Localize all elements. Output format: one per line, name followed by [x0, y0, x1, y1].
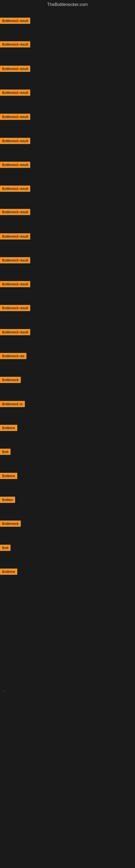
bottleneck-badge-22[interactable]: Bott: [0, 545, 10, 551]
row-wrapper-23: Bottlene: [0, 568, 17, 576]
row-wrapper-8: Bottleneck result: [0, 209, 30, 216]
row-wrapper-17: Bottlene: [0, 425, 17, 432]
row-wrapper-19: Bottlene: [0, 473, 17, 480]
row-wrapper-4: Bottleneck result: [0, 114, 30, 121]
content-area: Bottleneck resultBottleneck resultBottle…: [0, 10, 135, 865]
row-wrapper-14: Bottleneck res: [0, 353, 27, 360]
row-wrapper-6: Bottleneck result: [0, 162, 30, 169]
bottleneck-badge-8[interactable]: Bottleneck result: [0, 209, 30, 215]
site-title: TheBottlenecker.com: [0, 0, 135, 10]
row-wrapper-13: Bottleneck result: [0, 329, 30, 336]
bottleneck-badge-23[interactable]: Bottlene: [0, 568, 17, 575]
bottleneck-badge-7[interactable]: Bottleneck result: [0, 186, 30, 192]
row-wrapper-0: Bottleneck result: [0, 18, 30, 25]
bottleneck-badge-20[interactable]: Bottlen: [0, 497, 15, 503]
bottleneck-badge-21[interactable]: Bottleneck: [0, 521, 21, 527]
row-wrapper-10: Bottleneck result: [0, 257, 30, 265]
row-wrapper-20: Bottlen: [0, 497, 15, 504]
bottleneck-badge-2[interactable]: Bottleneck result: [0, 66, 30, 72]
bottleneck-badge-10[interactable]: Bottleneck result: [0, 257, 30, 264]
bottleneck-badge-5[interactable]: Bottleneck result: [0, 138, 30, 144]
row-wrapper-11: Bottleneck result: [0, 281, 30, 288]
bottleneck-badge-16[interactable]: Bottleneck re: [0, 401, 25, 407]
bottleneck-badge-15[interactable]: Bottleneck: [0, 377, 21, 383]
row-wrapper-15: Bottleneck: [0, 377, 21, 384]
bottleneck-badge-9[interactable]: Bottleneck result: [0, 233, 30, 240]
bottleneck-badge-12[interactable]: Bottleneck result: [0, 305, 30, 311]
bottleneck-badge-0[interactable]: Bottleneck result: [0, 18, 30, 24]
row-wrapper-2: Bottleneck result: [0, 66, 30, 73]
bottleneck-badge-18[interactable]: Bott: [0, 448, 10, 455]
row-wrapper-7: Bottleneck result: [0, 186, 30, 193]
ellipsis: ...: [2, 688, 5, 692]
row-wrapper-1: Bottleneck result: [0, 41, 30, 49]
bottleneck-badge-11[interactable]: Bottleneck result: [0, 281, 30, 287]
bottleneck-badge-6[interactable]: Bottleneck result: [0, 162, 30, 168]
row-wrapper-12: Bottleneck result: [0, 305, 30, 312]
row-wrapper-16: Bottleneck re: [0, 401, 25, 408]
row-wrapper-9: Bottleneck result: [0, 233, 30, 241]
row-wrapper-5: Bottleneck result: [0, 138, 30, 145]
bottleneck-badge-3[interactable]: Bottleneck result: [0, 90, 30, 96]
row-wrapper-21: Bottleneck: [0, 521, 21, 528]
bottleneck-badge-17[interactable]: Bottlene: [0, 425, 17, 431]
row-wrapper-22: Bott: [0, 545, 10, 552]
bottleneck-badge-13[interactable]: Bottleneck result: [0, 329, 30, 335]
bottleneck-badge-4[interactable]: Bottleneck result: [0, 114, 30, 120]
bottleneck-badge-14[interactable]: Bottleneck res: [0, 353, 27, 359]
bottleneck-badge-19[interactable]: Bottlene: [0, 473, 17, 479]
row-wrapper-18: Bott: [0, 448, 10, 456]
bottleneck-badge-1[interactable]: Bottleneck result: [0, 41, 30, 48]
row-wrapper-3: Bottleneck result: [0, 90, 30, 97]
